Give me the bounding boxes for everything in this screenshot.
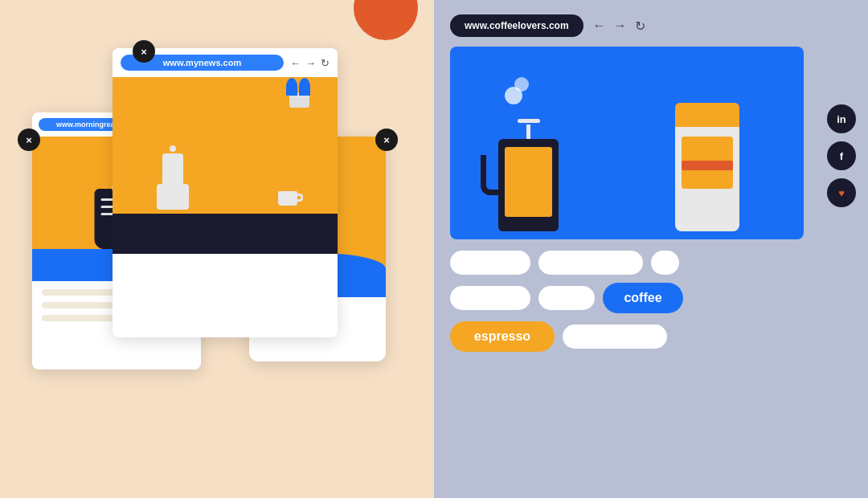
coffee-product-image: [450, 47, 804, 239]
left-panel: × www.morningread.c... ← → ↻: [0, 0, 434, 498]
linkedin-button[interactable]: in: [827, 104, 856, 133]
window-main-image: [113, 77, 338, 254]
tag-pill-3[interactable]: [651, 251, 679, 275]
right-nav-icons: ← → ↻: [593, 18, 645, 34]
espresso-tag[interactable]: espresso: [450, 321, 555, 352]
right-toolbar: www.coffeelovers.com ← → ↻: [434, 0, 868, 47]
close-button-card[interactable]: ×: [375, 129, 398, 151]
nav-icons-main: ← → ↻: [290, 57, 330, 69]
browser-window-main: www.mynews.com ← → ↻: [113, 48, 338, 337]
social-icons: in f ♥: [827, 104, 856, 207]
tags-row-1: [450, 251, 852, 275]
tags-section: coffee espresso: [434, 239, 868, 363]
right-forward-icon[interactable]: →: [614, 18, 627, 34]
tag-pill-4[interactable]: [450, 286, 530, 310]
forward-icon-main[interactable]: →: [305, 57, 316, 69]
right-refresh-icon[interactable]: ↻: [635, 18, 645, 34]
tags-row-2: coffee: [450, 283, 852, 313]
tag-pill-6[interactable]: [563, 325, 667, 349]
dark-strip-main: [113, 214, 338, 254]
coffee-cup: [278, 191, 297, 206]
moka-pot: [157, 145, 189, 210]
orange-decoration: [354, 0, 418, 40]
french-press: [498, 119, 559, 231]
tag-pill-2[interactable]: [538, 251, 643, 275]
tags-row-3: espresso: [450, 321, 852, 352]
right-panel: www.coffeelovers.com ← → ↻: [434, 0, 868, 498]
right-address-bar[interactable]: www.coffeelovers.com: [450, 14, 583, 37]
refresh-icon-main[interactable]: ↻: [321, 57, 330, 69]
back-icon-main[interactable]: ←: [290, 57, 301, 69]
facebook-button[interactable]: f: [827, 141, 856, 170]
right-back-icon[interactable]: ←: [593, 18, 606, 34]
tag-pill-1[interactable]: [450, 251, 530, 275]
close-button-back[interactable]: ×: [18, 129, 40, 151]
plant-decoration: [289, 93, 309, 108]
close-button-main[interactable]: ×: [133, 40, 155, 63]
coffee-bag: [675, 103, 739, 231]
coffee-tag[interactable]: coffee: [603, 283, 683, 313]
heart-button[interactable]: ♥: [827, 178, 856, 207]
tag-pill-5[interactable]: [538, 286, 595, 310]
